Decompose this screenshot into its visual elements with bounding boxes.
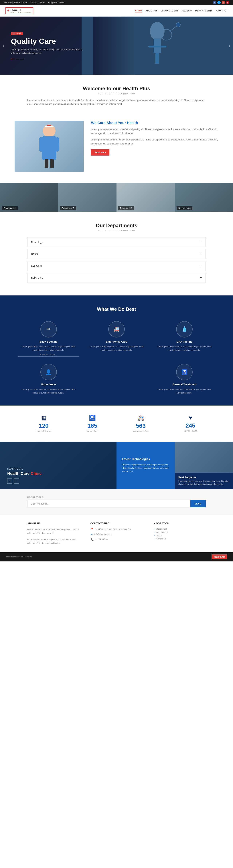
- dept-image-3[interactable]: Department 3: [117, 183, 175, 212]
- newsletter-section: NEWSLETTER SEND: [0, 489, 233, 515]
- bottom-bar-text: Recreated with Health+ template: [5, 556, 32, 558]
- newsletter-send-button[interactable]: SEND: [190, 500, 206, 507]
- dept-name-neurology: Neurology: [31, 241, 43, 244]
- dept-plus-eyecare: +: [200, 264, 202, 268]
- experience-name: Experience: [18, 383, 79, 386]
- svg-rect-9: [39, 137, 43, 152]
- stat-hospital-rooms: ▦ 120 Hospital Rooms: [36, 414, 51, 432]
- footer-nav-appointment-label: Appointment: [156, 531, 168, 533]
- nav-about[interactable]: ABOUT US: [145, 9, 158, 13]
- svg-rect-11: [45, 159, 48, 168]
- read-more-button[interactable]: Read More: [91, 149, 109, 156]
- svg-rect-12: [50, 159, 54, 168]
- dept-plus-neurology: +: [200, 240, 202, 244]
- dept-label-4: Department 4: [177, 206, 193, 210]
- hc-prev-arrow[interactable]: ‹: [7, 478, 12, 484]
- footer-address: 12346 Avenue, 4th Block, New York City: [95, 528, 131, 531]
- healthcare-mid-title: Latest Technologies: [122, 458, 169, 461]
- hero-overlay: [93, 17, 233, 75]
- top-bar: 52K Street, New York City. (+00) 123 456…: [0, 0, 233, 5]
- google-icon[interactable]: g: [222, 1, 225, 4]
- hero-section: ‹ AMAZING Quality Care Lorem ipsum dolor…: [0, 17, 233, 75]
- logo[interactable]: + HEALTH HEALTHCARE CLINIC: [5, 7, 33, 14]
- dept-item-neurology[interactable]: Neurology +: [27, 237, 206, 247]
- twitter-icon[interactable]: t: [217, 1, 221, 4]
- ambulance-label: Ambulance Car: [133, 430, 148, 432]
- welcome-section: Welcome to our Health Plus ADD SHORT DES…: [0, 75, 233, 114]
- dept-name-dental: Dental: [31, 252, 38, 255]
- departments-list: Neurology + Dental + Eye Care + Baby Car…: [27, 237, 206, 283]
- arrow-icon: →: [153, 534, 155, 536]
- hero-dot-1[interactable]: [11, 59, 14, 59]
- nav-contact[interactable]: CONTACT: [216, 9, 228, 13]
- dept-label-3: Department 3: [118, 206, 134, 210]
- hospital-rooms-label: Hospital Rooms: [36, 430, 51, 432]
- healthcare-right-title: Best Surgeons: [178, 476, 229, 479]
- pinterest-icon[interactable]: p: [226, 1, 229, 4]
- emergency-care-desc: Lorem ipsum dolor sit amet, consectetur …: [86, 345, 147, 352]
- dept-image-4[interactable]: Department 4: [175, 183, 233, 212]
- logo-name: HEALTH: [10, 8, 32, 11]
- email: info@example.com: [48, 1, 65, 4]
- healthcare-arrows: ‹ ›: [7, 478, 109, 484]
- welcome-title: Welcome to our Health Plus: [27, 86, 206, 92]
- footer-nav-about[interactable]: → About: [153, 534, 206, 536]
- logo-text-group: HEALTH HEALTHCARE CLINIC: [10, 8, 32, 13]
- ambulance-icon: 🚑: [133, 414, 148, 421]
- stats-section: ▦ 120 Hospital Rooms ♿ 165 Wheelchair 🚑 …: [0, 406, 233, 442]
- easy-booking-name: Easy Booking: [18, 340, 79, 343]
- general-treatment-desc: Lorem ipsum dolor sit amet, consectetur …: [154, 388, 215, 395]
- footer-nav-appointment[interactable]: → Appointment: [153, 531, 206, 533]
- service-general-treatment: ♿ General Treatment Lorem ipsum dolor si…: [154, 364, 215, 395]
- top-bar-left: 52K Street, New York City. (+00) 123 456…: [4, 1, 65, 4]
- footer-nav-department-label: Department: [156, 528, 167, 530]
- service-experience: 👤 Experience Lorem ipsum dolor sit amet,…: [18, 364, 79, 395]
- dept-label-1: Department 1: [2, 206, 18, 210]
- dept-item-dental[interactable]: Dental +: [27, 249, 206, 259]
- experience-icon: 👤: [40, 364, 57, 380]
- nav-home[interactable]: HOME: [135, 8, 142, 13]
- footer-email-item: ✉ info@example.com: [90, 533, 143, 536]
- footer-about-text2: Excepteur sint occaecat cupidatat non pr…: [27, 538, 80, 545]
- svg-rect-10: [56, 137, 59, 152]
- footer-address-item: 📍 12346 Avenue, 4th Block, New York City: [90, 528, 143, 531]
- newsletter-label: NEWSLETTER: [27, 496, 206, 498]
- service-easy-booking: ✏ Easy Booking Lorem ipsum dolor sit ame…: [18, 321, 79, 356]
- hc-next-arrow[interactable]: ›: [14, 478, 19, 484]
- bottom-bar: Recreated with Health+ template 明訪下載頁面: [0, 552, 233, 561]
- we-care-image: [14, 121, 84, 172]
- easy-booking-email-input[interactable]: [18, 353, 79, 356]
- footer-nav-department[interactable]: → Department: [153, 528, 206, 530]
- hero-prev-arrow[interactable]: ‹: [3, 43, 4, 48]
- newsletter-email-input[interactable]: [27, 500, 190, 507]
- footer-nav-contact[interactable]: → Contact Us: [153, 537, 206, 540]
- healthcare-mid: Latest Technologies Praesent vulputate i…: [117, 442, 175, 489]
- hero-description: Lorem ipsum dolor sit amet, consectetur …: [11, 48, 84, 55]
- hero-dot-2[interactable]: [16, 59, 19, 59]
- nav-appointment[interactable]: APPOINTMENT: [161, 9, 178, 13]
- dept-item-babycare[interactable]: Baby Care +: [27, 273, 206, 283]
- healthcare-left: HEALTHCARE Health Care Clinic ‹ ›: [0, 442, 117, 489]
- departments-section: Our Departments ADD SHORT DESCRIPTION Ne…: [0, 212, 233, 296]
- nav-pages[interactable]: PAGES ▾: [182, 9, 192, 13]
- healthcare-right-content: Best Surgeons Praesent vulputate ipsum a…: [175, 473, 233, 489]
- nav-departments[interactable]: DEPARTMENTS: [195, 9, 213, 13]
- dept-image-1[interactable]: Department 1: [0, 183, 58, 212]
- phone: (+00) 123 456 87: [30, 1, 45, 4]
- phone-icon: 📞: [90, 538, 93, 541]
- header: + HEALTH HEALTHCARE CLINIC HOME ABOUT US…: [0, 5, 233, 17]
- dept-item-eyecare[interactable]: Eye Care +: [27, 261, 206, 271]
- facebook-icon[interactable]: f: [213, 1, 216, 4]
- download-button[interactable]: 明訪下載頁面: [211, 554, 228, 560]
- svg-rect-13: [47, 125, 51, 126]
- healthcare-right-text: Praesent vulputate ipsum a velit tempor …: [178, 480, 229, 486]
- footer-about-text1: Duis aute irure dolor in reprehenderit n…: [27, 528, 80, 535]
- dna-testing-icon: 💧: [176, 321, 193, 338]
- departments-title: Our Departments: [27, 223, 206, 228]
- dept-image-2[interactable]: Department 2: [58, 183, 117, 212]
- saved-hearts-label: Saved Hearts: [184, 430, 197, 432]
- emergency-care-name: Emergency Care: [86, 340, 147, 343]
- hero-dot-3[interactable]: [20, 59, 24, 59]
- stat-wheelchair: ♿ 165 Wheelchair: [87, 414, 98, 432]
- wheelchair-label: Wheelchair: [87, 430, 98, 432]
